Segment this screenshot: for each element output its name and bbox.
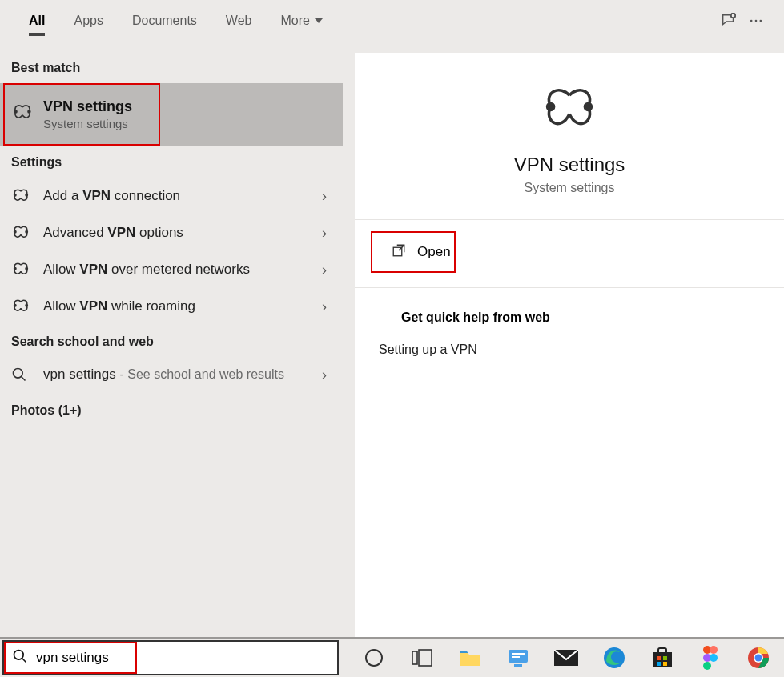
feedback-icon[interactable] <box>715 7 742 34</box>
best-match-result[interactable]: VPN settings System settings <box>0 83 343 146</box>
taskbar-remote-desktop[interactable] <box>505 645 531 671</box>
search-input[interactable] <box>36 650 329 666</box>
svg-point-18 <box>585 103 591 110</box>
web-result[interactable]: vpn settings - See school and web result… <box>0 357 343 394</box>
vpn-icon <box>541 88 598 134</box>
result-label: Add a VPN connection <box>43 188 322 204</box>
tab-apps[interactable]: Apps <box>59 0 117 42</box>
svg-line-21 <box>22 659 26 663</box>
remote-desktop-icon <box>507 648 529 667</box>
svg-line-16 <box>22 377 26 381</box>
search-icon <box>12 648 28 667</box>
result-label: vpn settings - See school and web result… <box>43 367 322 383</box>
svg-point-17 <box>548 103 554 110</box>
chrome-icon <box>747 647 770 669</box>
file-explorer-icon <box>459 648 481 667</box>
result-detail-card: VPN settings System settings Open Get qu… <box>355 53 784 637</box>
photos-section-header: Photos (1+) <box>0 394 343 426</box>
tab-web[interactable]: Web <box>211 0 267 42</box>
taskbar-chrome[interactable] <box>746 645 771 671</box>
mail-icon <box>554 650 578 666</box>
web-section-header: Search school and web <box>0 325 343 357</box>
vpn-icon <box>11 104 35 125</box>
taskbar-search-box[interactable] <box>2 640 339 675</box>
tab-documents[interactable]: Documents <box>118 0 211 42</box>
tab-all[interactable]: All <box>14 0 59 42</box>
svg-point-39 <box>703 662 711 670</box>
svg-point-12 <box>26 268 27 270</box>
chevron-right-icon: › <box>322 298 332 315</box>
search-filter-tabbar: All Apps Documents Web More <box>0 0 784 42</box>
svg-rect-22 <box>412 651 417 664</box>
svg-point-38 <box>710 654 718 662</box>
chevron-right-icon: › <box>322 188 332 205</box>
svg-point-9 <box>14 231 16 233</box>
svg-point-15 <box>14 369 23 379</box>
search-results-panel: Best match VPN settings System settings … <box>0 42 343 637</box>
result-label: Allow VPN while roaming <box>43 298 322 314</box>
svg-rect-30 <box>653 652 672 667</box>
figma-icon <box>702 646 718 670</box>
tab-more[interactable]: More <box>266 0 336 42</box>
taskbar <box>0 637 784 677</box>
settings-result-vpn-metered[interactable]: Allow VPN over metered networks › <box>0 251 343 288</box>
taskbar-cortana[interactable] <box>361 645 387 671</box>
svg-point-8 <box>26 194 27 196</box>
taskbar-mail[interactable] <box>553 645 579 671</box>
svg-rect-33 <box>657 662 661 666</box>
taskbar-microsoft-store[interactable] <box>649 645 675 671</box>
vpn-icon <box>11 226 35 240</box>
taskbar-file-explorer[interactable] <box>457 645 483 671</box>
edge-icon <box>603 647 625 669</box>
best-match-title: VPN settings <box>43 98 132 115</box>
svg-point-10 <box>26 231 27 233</box>
svg-rect-27 <box>512 656 520 658</box>
svg-point-6 <box>28 110 30 113</box>
svg-rect-26 <box>512 653 525 655</box>
cortana-icon <box>365 649 383 667</box>
detail-title: VPN settings <box>514 154 625 176</box>
quick-help-link[interactable]: Setting up a VPN <box>355 336 784 363</box>
svg-point-5 <box>14 110 17 113</box>
chevron-right-icon: › <box>322 262 332 278</box>
svg-point-42 <box>755 655 762 662</box>
vpn-icon <box>11 189 35 203</box>
quick-help-header: Get quick help from web <box>355 288 784 336</box>
svg-rect-25 <box>514 664 522 667</box>
open-icon <box>392 243 406 262</box>
task-view-icon <box>412 649 432 667</box>
svg-point-36 <box>710 646 718 654</box>
svg-rect-31 <box>657 656 661 660</box>
taskbar-figma[interactable] <box>698 645 723 671</box>
open-button[interactable]: Open <box>371 231 456 273</box>
taskbar-edge[interactable] <box>601 645 627 671</box>
taskbar-task-view[interactable] <box>409 645 435 671</box>
best-match-header: Best match <box>0 51 343 83</box>
svg-rect-32 <box>663 656 667 660</box>
svg-point-7 <box>14 194 16 196</box>
svg-point-11 <box>14 268 16 270</box>
svg-point-2 <box>750 20 753 22</box>
svg-rect-23 <box>419 650 432 666</box>
svg-point-3 <box>755 20 758 22</box>
svg-point-20 <box>14 651 24 660</box>
svg-point-13 <box>14 305 16 306</box>
detail-subtitle: System settings <box>525 181 615 195</box>
vpn-icon <box>11 262 35 277</box>
open-label: Open <box>417 244 451 260</box>
chevron-down-icon <box>315 18 323 23</box>
chevron-right-icon: › <box>322 225 332 242</box>
more-options-icon[interactable] <box>742 7 770 34</box>
result-label: Advanced VPN options <box>43 225 322 241</box>
settings-section-header: Settings <box>0 146 343 178</box>
search-icon <box>11 367 35 383</box>
svg-point-4 <box>760 20 762 22</box>
chevron-right-icon: › <box>322 367 332 383</box>
settings-result-add-vpn[interactable]: Add a VPN connection › <box>0 178 343 214</box>
store-icon <box>651 647 673 668</box>
svg-rect-34 <box>663 662 667 666</box>
svg-point-14 <box>26 305 27 306</box>
settings-result-advanced-vpn[interactable]: Advanced VPN options › <box>0 214 343 251</box>
settings-result-vpn-roaming[interactable]: Allow VPN while roaming › <box>0 288 343 325</box>
result-label: Allow VPN over metered networks <box>43 262 322 278</box>
